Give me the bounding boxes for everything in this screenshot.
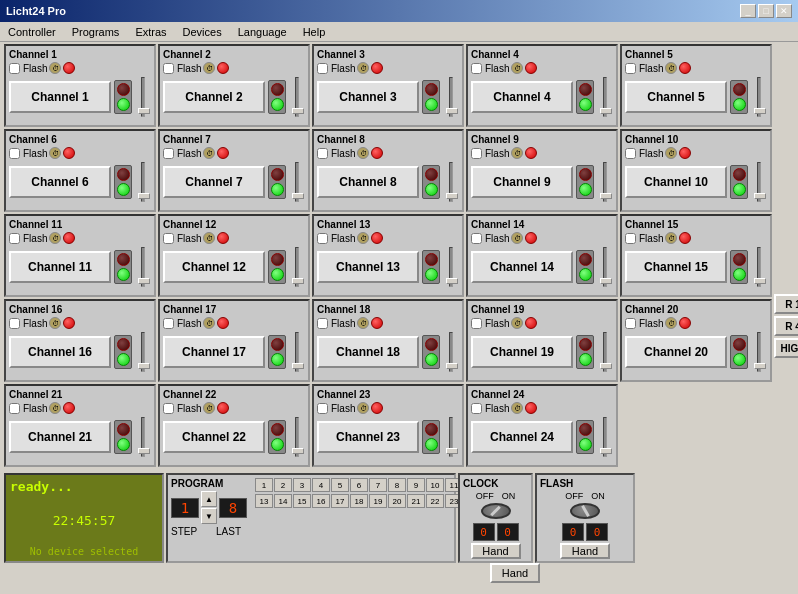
channel-slider-18[interactable] [443,332,459,372]
channel-name-btn-16[interactable]: Channel 16 [9,336,111,368]
channel-name-btn-15[interactable]: Channel 15 [625,251,727,283]
channel-slider-23[interactable] [443,417,459,457]
seq-btn-3[interactable]: 3 [293,478,311,492]
channel-name-btn-10[interactable]: Channel 10 [625,166,727,198]
channel-flash-checkbox-16[interactable] [9,318,20,329]
seq-btn-17[interactable]: 17 [331,494,349,508]
channel-slider-2[interactable] [289,77,305,117]
channel-slider-19[interactable] [597,332,613,372]
channel-name-btn-20[interactable]: Channel 20 [625,336,727,368]
seq-btn-13[interactable]: 13 [255,494,273,508]
channel-slider-12[interactable] [289,247,305,287]
seq-btn-21[interactable]: 21 [407,494,425,508]
channel-name-btn-17[interactable]: Channel 17 [163,336,265,368]
seq-btn-6[interactable]: 6 [350,478,368,492]
channel-name-btn-3[interactable]: Channel 3 [317,81,419,113]
seq-btn-10[interactable]: 10 [426,478,444,492]
menu-controller[interactable]: Controller [4,25,60,39]
channel-name-btn-24[interactable]: Channel 24 [471,421,573,453]
clock-dial[interactable] [481,503,511,519]
r4-button[interactable]: R 4 [774,316,798,336]
channel-flash-checkbox-24[interactable] [471,403,482,414]
menu-extras[interactable]: Extras [131,25,170,39]
menu-devices[interactable]: Devices [179,25,226,39]
channel-flash-checkbox-23[interactable] [317,403,328,414]
seq-btn-2[interactable]: 2 [274,478,292,492]
hand-button-start[interactable]: Hand [490,563,540,583]
minimize-button[interactable]: _ [740,4,756,18]
channel-slider-20[interactable] [751,332,767,372]
hand-button-clock[interactable]: Hand [471,543,521,559]
channel-flash-checkbox-22[interactable] [163,403,174,414]
seq-btn-20[interactable]: 20 [388,494,406,508]
channel-slider-17[interactable] [289,332,305,372]
channel-flash-checkbox-5[interactable] [625,63,636,74]
seq-btn-7[interactable]: 7 [369,478,387,492]
channel-flash-checkbox-4[interactable] [471,63,482,74]
r1-button[interactable]: R 1 [774,294,798,314]
channel-name-btn-12[interactable]: Channel 12 [163,251,265,283]
seq-btn-19[interactable]: 19 [369,494,387,508]
channel-flash-checkbox-1[interactable] [9,63,20,74]
channel-slider-21[interactable] [135,417,151,457]
prog-dn-btn[interactable]: ▼ [201,508,217,524]
window-controls[interactable]: _ □ ✕ [740,4,792,18]
channel-flash-checkbox-15[interactable] [625,233,636,244]
channel-slider-9[interactable] [597,162,613,202]
high-button[interactable]: HIGH [774,338,798,358]
seq-btn-18[interactable]: 18 [350,494,368,508]
channel-name-btn-13[interactable]: Channel 13 [317,251,419,283]
channel-slider-1[interactable] [135,77,151,117]
seq-btn-9[interactable]: 9 [407,478,425,492]
channel-slider-8[interactable] [443,162,459,202]
menu-programs[interactable]: Programs [68,25,124,39]
seq-btn-15[interactable]: 15 [293,494,311,508]
channel-name-btn-22[interactable]: Channel 22 [163,421,265,453]
channel-name-btn-11[interactable]: Channel 11 [9,251,111,283]
channel-name-btn-7[interactable]: Channel 7 [163,166,265,198]
prog-up-btn[interactable]: ▲ [201,491,217,507]
flash-dial[interactable] [570,503,600,519]
channel-name-btn-2[interactable]: Channel 2 [163,81,265,113]
channel-slider-5[interactable] [751,77,767,117]
channel-slider-3[interactable] [443,77,459,117]
channel-name-btn-23[interactable]: Channel 23 [317,421,419,453]
seq-btn-5[interactable]: 5 [331,478,349,492]
channel-slider-11[interactable] [135,247,151,287]
channel-flash-checkbox-10[interactable] [625,148,636,159]
channel-name-btn-5[interactable]: Channel 5 [625,81,727,113]
channel-name-btn-14[interactable]: Channel 14 [471,251,573,283]
seq-btn-1[interactable]: 1 [255,478,273,492]
channel-name-btn-18[interactable]: Channel 18 [317,336,419,368]
channel-flash-checkbox-14[interactable] [471,233,482,244]
menu-help[interactable]: Help [299,25,330,39]
channel-flash-checkbox-12[interactable] [163,233,174,244]
channel-flash-checkbox-9[interactable] [471,148,482,159]
channel-name-btn-9[interactable]: Channel 9 [471,166,573,198]
channel-name-btn-1[interactable]: Channel 1 [9,81,111,113]
channel-flash-checkbox-7[interactable] [163,148,174,159]
channel-flash-checkbox-21[interactable] [9,403,20,414]
hand-button-flash[interactable]: Hand [560,543,610,559]
channel-name-btn-19[interactable]: Channel 19 [471,336,573,368]
channel-name-btn-4[interactable]: Channel 4 [471,81,573,113]
channel-slider-7[interactable] [289,162,305,202]
channel-flash-checkbox-17[interactable] [163,318,174,329]
channel-slider-15[interactable] [751,247,767,287]
channel-slider-22[interactable] [289,417,305,457]
channel-flash-checkbox-13[interactable] [317,233,328,244]
channel-name-btn-6[interactable]: Channel 6 [9,166,111,198]
close-button[interactable]: ✕ [776,4,792,18]
menu-language[interactable]: Language [234,25,291,39]
channel-flash-checkbox-19[interactable] [471,318,482,329]
channel-slider-13[interactable] [443,247,459,287]
seq-btn-22[interactable]: 22 [426,494,444,508]
channel-flash-checkbox-6[interactable] [9,148,20,159]
maximize-button[interactable]: □ [758,4,774,18]
seq-btn-8[interactable]: 8 [388,478,406,492]
channel-name-btn-21[interactable]: Channel 21 [9,421,111,453]
channel-flash-checkbox-8[interactable] [317,148,328,159]
channel-flash-checkbox-11[interactable] [9,233,20,244]
channel-flash-checkbox-3[interactable] [317,63,328,74]
channel-name-btn-8[interactable]: Channel 8 [317,166,419,198]
